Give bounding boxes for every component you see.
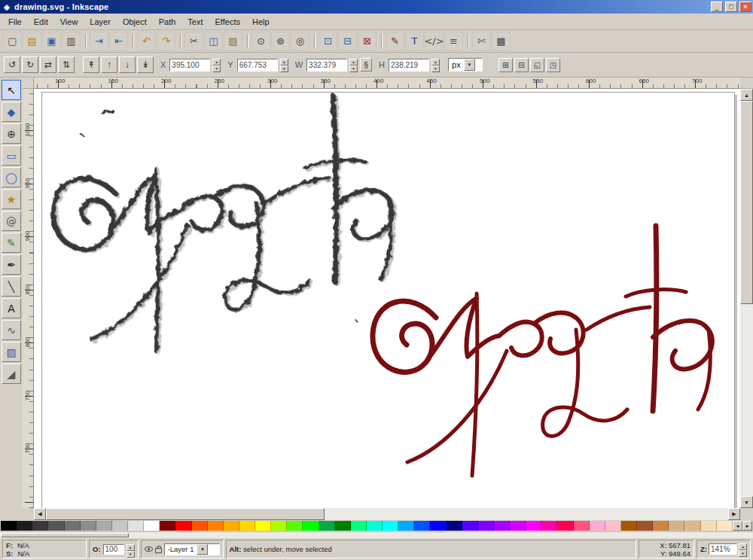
scale-stroke-toggle[interactable]: ⊞ bbox=[498, 58, 513, 72]
layer-lock-icon[interactable] bbox=[155, 548, 162, 553]
maximize-button[interactable]: □ bbox=[725, 2, 737, 12]
menu-effects[interactable]: Effects bbox=[210, 15, 245, 29]
spin-up-icon[interactable]: ▴ bbox=[212, 59, 221, 65]
palette-scroll-right-arrow[interactable]: ▸ bbox=[742, 521, 752, 531]
vertical-scroll-thumb[interactable] bbox=[740, 101, 753, 304]
pencil-tool[interactable]: ✎ bbox=[2, 233, 21, 253]
units-dropdown[interactable]: px ▾ bbox=[448, 58, 483, 72]
menu-view[interactable]: View bbox=[55, 15, 84, 29]
palette-swatch[interactable] bbox=[351, 521, 367, 531]
spin-down-icon[interactable]: ▾ bbox=[739, 550, 747, 557]
spin-down-icon[interactable]: ▾ bbox=[280, 65, 288, 72]
rotate-cw-button[interactable]: ↻ bbox=[22, 56, 38, 73]
palette-swatch[interactable] bbox=[701, 521, 717, 531]
palette-swatch[interactable] bbox=[557, 521, 573, 531]
menu-edit[interactable]: Edit bbox=[29, 15, 53, 29]
palette-swatch[interactable] bbox=[303, 521, 319, 531]
spiral-tool[interactable]: @ bbox=[2, 211, 21, 231]
fill-stroke-dialog-button[interactable]: ✎ bbox=[386, 32, 404, 50]
palette-swatch[interactable] bbox=[32, 521, 48, 531]
y-input[interactable] bbox=[237, 59, 278, 72]
menu-layer[interactable]: Layer bbox=[84, 15, 116, 29]
close-button[interactable]: × bbox=[739, 2, 751, 12]
menu-text[interactable]: Text bbox=[182, 15, 208, 29]
palette-swatch[interactable] bbox=[447, 521, 462, 531]
zoom-input[interactable] bbox=[709, 543, 737, 555]
x-input[interactable] bbox=[169, 59, 210, 72]
menu-object[interactable]: Object bbox=[117, 15, 152, 29]
palette-swatch[interactable] bbox=[48, 521, 64, 531]
layer-visibility-eye-icon[interactable] bbox=[145, 546, 153, 552]
palette-swatch[interactable] bbox=[430, 521, 446, 531]
x-spinner[interactable]: ▴▾ bbox=[212, 59, 221, 72]
palette-swatch[interactable] bbox=[335, 521, 351, 531]
save-button[interactable]: ▣ bbox=[42, 32, 61, 50]
preferences-button[interactable]: ✄ bbox=[472, 32, 491, 50]
opacity-spinner[interactable]: ▴▾ bbox=[127, 544, 135, 555]
palette-swatch[interactable] bbox=[239, 521, 255, 531]
redo-button[interactable]: ↷ bbox=[157, 32, 175, 50]
print-button[interactable]: ▥ bbox=[62, 32, 81, 50]
cut-button[interactable]: ✂ bbox=[184, 32, 203, 50]
rectangle-tool[interactable]: ▭ bbox=[2, 145, 21, 166]
spin-down-icon[interactable]: ▾ bbox=[349, 65, 358, 72]
vertical-ruler[interactable]: 1000950900850800750700 bbox=[23, 89, 34, 508]
scroll-left-arrow[interactable]: ◀ bbox=[34, 508, 46, 520]
open-document-button[interactable]: ▤ bbox=[23, 32, 41, 50]
palette-swatch[interactable] bbox=[192, 521, 208, 531]
transform-gradient-toggle[interactable]: ◱ bbox=[530, 58, 544, 72]
palette-swatch[interactable] bbox=[637, 521, 653, 531]
zoom-tool[interactable]: ⊕ bbox=[2, 123, 21, 144]
palette-swatch[interactable] bbox=[224, 521, 239, 531]
palette-swatch[interactable] bbox=[367, 521, 383, 531]
zoom-selection-button[interactable]: ⊙ bbox=[252, 32, 270, 50]
lower-to-bottom-button[interactable]: ↡ bbox=[137, 56, 154, 73]
minimize-button[interactable]: _ bbox=[711, 2, 723, 12]
text-tool[interactable]: A bbox=[2, 298, 21, 318]
canvas[interactable] bbox=[34, 89, 740, 508]
vertical-scrollbar[interactable]: ▲ ▼ bbox=[740, 89, 753, 508]
palette-swatch[interactable] bbox=[96, 521, 112, 531]
width-input[interactable] bbox=[306, 59, 347, 72]
palette-swatch[interactable] bbox=[128, 521, 144, 531]
palette-swatch[interactable] bbox=[669, 521, 684, 531]
palette-swatch[interactable] bbox=[574, 521, 590, 531]
copy-button[interactable]: ◫ bbox=[204, 32, 223, 50]
spin-up-icon[interactable]: ▴ bbox=[280, 59, 288, 65]
zoom-spinner[interactable]: ▴▾ bbox=[739, 543, 747, 555]
palette-swatch[interactable] bbox=[255, 521, 271, 531]
palette-swatch[interactable] bbox=[478, 521, 494, 531]
import-button[interactable]: ⇥ bbox=[90, 32, 108, 50]
pen-tool[interactable]: ✒ bbox=[2, 254, 21, 275]
layer-dropdown[interactable]: -Layer 1 ▾ bbox=[164, 543, 220, 555]
horizontal-scroll-thumb[interactable] bbox=[46, 508, 325, 520]
palette-scroll-thumb[interactable] bbox=[1, 533, 129, 537]
scroll-up-arrow[interactable]: ▲ bbox=[740, 89, 753, 101]
spin-up-icon[interactable]: ▴ bbox=[431, 59, 440, 65]
horizontal-scroll-track[interactable] bbox=[325, 508, 728, 520]
palette-swatch[interactable] bbox=[653, 521, 669, 531]
rotate-ccw-button[interactable]: ↺ bbox=[4, 56, 20, 73]
sketch-artwork[interactable] bbox=[50, 95, 399, 355]
palette-swatch[interactable] bbox=[1, 521, 17, 531]
palette-swatch[interactable] bbox=[271, 521, 287, 531]
menu-help[interactable]: Help bbox=[247, 15, 275, 29]
spin-down-icon[interactable]: ▾ bbox=[127, 551, 135, 558]
palette-swatch[interactable] bbox=[65, 521, 81, 531]
palette-swatch[interactable] bbox=[144, 521, 160, 531]
scroll-right-arrow[interactable]: ▶ bbox=[728, 508, 740, 520]
height-spinner[interactable]: ▴▾ bbox=[431, 59, 440, 72]
chevron-down-icon[interactable]: ▾ bbox=[197, 544, 208, 555]
palette-swatch[interactable] bbox=[160, 521, 175, 531]
transform-pattern-toggle[interactable]: ◳ bbox=[546, 58, 560, 72]
height-input[interactable] bbox=[389, 59, 429, 72]
scroll-down-arrow[interactable]: ▼ bbox=[740, 496, 753, 508]
spin-up-icon[interactable]: ▴ bbox=[739, 543, 747, 550]
gradient-tool[interactable]: ▨ bbox=[2, 342, 21, 362]
undo-button[interactable]: ↶ bbox=[137, 32, 156, 50]
chevron-down-icon[interactable]: ▾ bbox=[464, 59, 475, 71]
spin-down-icon[interactable]: ▾ bbox=[212, 65, 221, 72]
flip-vertical-button[interactable]: ⇅ bbox=[58, 56, 75, 73]
dropper-tool[interactable]: ◢ bbox=[2, 364, 21, 384]
object-properties-button[interactable]: ▩ bbox=[492, 32, 511, 50]
